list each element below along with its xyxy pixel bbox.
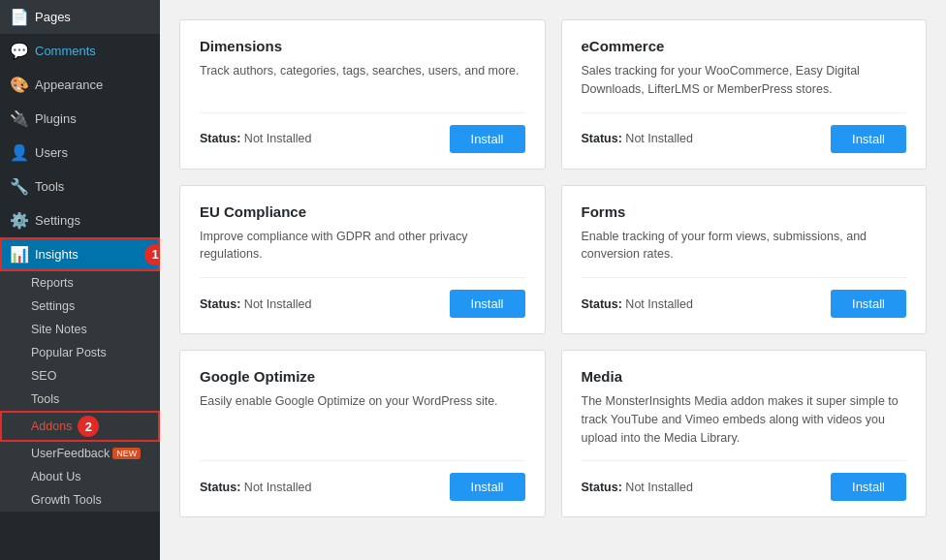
addon-desc-eu-compliance: Improve compliance with GDPR and other p…: [200, 228, 525, 264]
submenu-item-popular-posts[interactable]: Popular Posts: [0, 341, 160, 364]
insights-icon: 📊: [10, 245, 29, 264]
sidebar-label-users: Users: [35, 145, 68, 160]
addon-desc-ecommerce: Sales tracking for your WooCommerce, Eas…: [582, 62, 907, 99]
tools-icon: 🔧: [10, 177, 29, 196]
sidebar-item-insights[interactable]: 📊 Insights 1: [0, 237, 160, 271]
submenu-item-about-us[interactable]: About Us: [0, 465, 160, 488]
addon-title-google-optimize: Google Optimize: [200, 368, 525, 385]
sidebar-submenu: Reports Settings Site Notes Popular Post…: [0, 271, 160, 512]
addon-card-google-optimize: Google Optimize Easily enable Google Opt…: [179, 350, 546, 517]
addon-desc-media: The MonsterInsights Media addon makes it…: [582, 392, 907, 447]
submenu-item-reports[interactable]: Reports: [0, 271, 160, 295]
sidebar-label-tools: Tools: [35, 179, 64, 194]
sidebar-item-pages[interactable]: 📄 Pages: [0, 0, 160, 34]
submenu-item-growth-tools[interactable]: Growth Tools: [0, 488, 160, 512]
sidebar-item-tools[interactable]: 🔧 Tools: [0, 170, 160, 203]
install-btn-media[interactable]: Install: [831, 473, 906, 501]
install-btn-eu-compliance[interactable]: Install: [450, 290, 525, 318]
addon-title-forms: Forms: [582, 203, 907, 220]
sidebar-item-users[interactable]: 👤 Users: [0, 136, 160, 170]
addon-footer-dimensions: Status: Not Installed Install: [200, 112, 525, 153]
addon-status-media: Status: Not Installed: [582, 481, 693, 494]
addon-status-google-optimize: Status: Not Installed: [200, 481, 311, 494]
userfeedback-label: UserFeedback: [31, 447, 110, 460]
sidebar-item-plugins[interactable]: 🔌 Plugins: [0, 102, 160, 136]
sidebar-label-insights: Insights: [35, 247, 79, 262]
plugins-icon: 🔌: [10, 109, 29, 128]
addon-footer-media: Status: Not Installed Install: [582, 460, 907, 501]
addon-desc-forms: Enable tracking of your form views, subm…: [582, 228, 907, 264]
install-btn-ecommerce[interactable]: Install: [831, 125, 906, 153]
submenu-item-userfeedback[interactable]: UserFeedback NEW: [0, 442, 160, 465]
users-icon: 👤: [10, 143, 29, 162]
sidebar-item-settings[interactable]: ⚙️ Settings: [0, 203, 160, 237]
sidebar-label-appearance: Appearance: [35, 78, 103, 92]
addon-desc-google-optimize: Easily enable Google Optimize on your Wo…: [200, 392, 525, 411]
addon-status-ecommerce: Status: Not Installed: [582, 132, 693, 145]
install-btn-dimensions[interactable]: Install: [450, 125, 525, 153]
comments-icon: 💬: [10, 42, 29, 60]
addon-status-dimensions: Status: Not Installed: [200, 132, 311, 145]
addon-desc-dimensions: Track authors, categories, tags, searche…: [200, 62, 525, 80]
addon-card-ecommerce: eCommerce Sales tracking for your WooCom…: [561, 19, 928, 170]
addon-status-forms: Status: Not Installed: [582, 297, 693, 311]
addon-card-eu-compliance: EU Compliance Improve compliance with GD…: [179, 185, 546, 335]
sidebar-item-appearance[interactable]: 🎨 Appearance: [0, 68, 160, 102]
submenu-item-settings[interactable]: Settings: [0, 295, 160, 318]
addon-card-forms: Forms Enable tracking of your form views…: [561, 185, 928, 335]
addon-footer-ecommerce: Status: Not Installed Install: [582, 112, 907, 153]
submenu-item-addons[interactable]: Addons 2: [0, 411, 160, 442]
insights-badge: 1: [144, 244, 160, 265]
addons-badge: 2: [78, 416, 99, 437]
addon-title-dimensions: Dimensions: [200, 38, 525, 54]
new-badge: NEW: [112, 448, 141, 459]
addon-footer-eu-compliance: Status: Not Installed Install: [200, 277, 525, 318]
submenu-item-seo[interactable]: SEO: [0, 364, 160, 388]
addon-title-ecommerce: eCommerce: [582, 38, 907, 54]
sidebar: 📄 Pages 💬 Comments 🎨 Appearance 🔌 Plugin…: [0, 0, 160, 560]
sidebar-label-plugins: Plugins: [35, 111, 77, 126]
pages-icon: 📄: [10, 8, 29, 26]
addon-card-dimensions: Dimensions Track authors, categories, ta…: [179, 19, 546, 170]
sidebar-label-pages: Pages: [35, 10, 71, 24]
addon-title-eu-compliance: EU Compliance: [200, 203, 525, 220]
appearance-icon: 🎨: [10, 76, 29, 94]
submenu-item-site-notes[interactable]: Site Notes: [0, 318, 160, 341]
install-btn-forms[interactable]: Install: [831, 290, 906, 318]
addons-grid: Dimensions Track authors, categories, ta…: [179, 19, 927, 517]
addon-footer-google-optimize: Status: Not Installed Install: [200, 460, 525, 501]
main-content: Dimensions Track authors, categories, ta…: [160, 0, 946, 560]
settings-icon: ⚙️: [10, 211, 29, 230]
addons-label: Addons: [31, 420, 72, 433]
sidebar-label-settings: Settings: [35, 213, 80, 228]
sidebar-item-comments[interactable]: 💬 Comments: [0, 34, 160, 68]
submenu-item-tools[interactable]: Tools: [0, 388, 160, 411]
addon-title-media: Media: [582, 368, 907, 385]
install-btn-google-optimize[interactable]: Install: [450, 473, 525, 501]
addon-footer-forms: Status: Not Installed Install: [582, 277, 907, 318]
addon-status-eu-compliance: Status: Not Installed: [200, 297, 311, 311]
addon-card-media: Media The MonsterInsights Media addon ma…: [561, 350, 928, 517]
sidebar-label-comments: Comments: [35, 44, 96, 58]
